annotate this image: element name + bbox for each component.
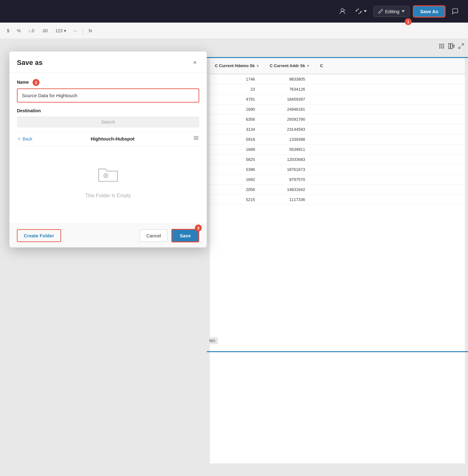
- sync-icon-btn[interactable]: [352, 6, 370, 17]
- svg-marker-0: [364, 10, 367, 12]
- back-link[interactable]: Back: [17, 136, 32, 141]
- toolbar-divider: [83, 27, 83, 34]
- name-field-wrapper: [17, 88, 199, 103]
- toolbar-more[interactable]: ···: [72, 27, 79, 34]
- svg-point-7: [443, 46, 444, 47]
- svg-point-2: [439, 44, 440, 45]
- table-body: 1746983380523763412647911845939716902494…: [210, 74, 465, 205]
- svg-rect-12: [451, 44, 453, 49]
- save-btn-wrapper: Save 3: [171, 229, 199, 242]
- table-row: 313423144593: [210, 124, 465, 135]
- dialog-body: Name 2 Destination Search Back H: [9, 73, 207, 224]
- right-panel: C Current Hdemo Sk ▼ C Current Addr Sk ▼…: [207, 39, 468, 476]
- table-header: C Current Hdemo Sk ▼ C Current Addr Sk ▼…: [210, 58, 465, 74]
- dialog-header: Save as ×: [9, 51, 207, 73]
- search-bar[interactable]: Search: [17, 116, 199, 128]
- blue-line-top: [207, 57, 468, 58]
- save-as-label: Save As: [420, 9, 438, 14]
- svg-point-10: [443, 48, 444, 49]
- table-row: 169024946181: [210, 104, 465, 114]
- table-cell-hdemo: 4791: [210, 94, 260, 104]
- destination-label: Destination: [17, 108, 199, 113]
- table-cell-addr: 24946181: [260, 104, 310, 114]
- table-row: 205614831642: [210, 185, 465, 195]
- table-cell-hdemo: 5825: [210, 155, 260, 164]
- table-cell-hdemo: 2056: [210, 185, 260, 194]
- table-cell-addr: 5539911: [260, 145, 310, 154]
- svg-point-5: [439, 46, 440, 47]
- dialog-footer: Create Folder Cancel Save 3: [9, 224, 207, 247]
- create-folder-button[interactable]: Create Folder: [17, 229, 61, 242]
- table-row: 16928797570: [210, 175, 465, 185]
- save-button[interactable]: Save: [171, 229, 199, 242]
- table-cell-hdemo: 5396: [210, 165, 260, 174]
- empty-folder-text: This Folder Is Empty: [85, 193, 131, 198]
- table-header-cell-1: C Current Hdemo Sk ▼: [210, 61, 265, 71]
- toolbar-123[interactable]: 123 ▾: [53, 27, 68, 34]
- table-cell-hdemo: 1690: [210, 104, 260, 114]
- badge-2: 2: [33, 79, 39, 86]
- table-cell-addr: 1339398: [260, 135, 310, 144]
- table-cell-addr: 12033683: [260, 155, 310, 164]
- toolbar-dollar[interactable]: $: [5, 27, 11, 34]
- svg-line-14: [462, 44, 464, 46]
- cancel-button[interactable]: Cancel: [140, 230, 168, 242]
- top-bar: Editing Save As 1: [0, 0, 468, 23]
- table-row: 539618761673: [210, 165, 465, 175]
- svg-marker-1: [402, 10, 405, 12]
- table-row: 635629391790: [210, 114, 465, 124]
- table-cell-hdemo: 3134: [210, 124, 260, 134]
- table-cell-hdemo: 5918: [210, 135, 260, 144]
- toolbar-decimal-dec[interactable]: ↓.0: [26, 27, 36, 34]
- right-panel-top-icons: [439, 43, 464, 50]
- table-cell-addr: 29391790: [260, 114, 310, 124]
- table-row: 17469833805: [210, 74, 465, 84]
- toolbar-fx[interactable]: fx: [87, 27, 94, 34]
- table-cell-addr: 14831642: [260, 185, 310, 194]
- table-cell-hdemo: 1746: [210, 74, 260, 84]
- table-row: 59181339398: [210, 135, 465, 145]
- comment-icon-btn[interactable]: [449, 6, 462, 17]
- table-row: 582512033683: [210, 155, 465, 165]
- editing-label: Editing: [385, 9, 399, 14]
- close-dialog-button[interactable]: ×: [190, 58, 199, 67]
- folder-name: Hightouch-Hubspot: [91, 136, 135, 141]
- toolbar-percent[interactable]: %: [15, 27, 23, 34]
- editing-button[interactable]: Editing: [373, 6, 410, 17]
- table-header-cell-3: C: [315, 61, 365, 71]
- top-bar-icons: Editing Save As: [336, 5, 462, 18]
- ma-label: MA: [207, 337, 218, 344]
- svg-rect-11: [449, 44, 450, 49]
- svg-point-9: [441, 48, 442, 49]
- table-header-cell-2: C Current Addr Sk ▼: [265, 61, 315, 71]
- user-icon-btn[interactable]: [336, 6, 349, 17]
- blue-line-bottom: [207, 351, 468, 352]
- toolbar-decimal-inc[interactable]: .00: [40, 27, 49, 34]
- dialog-title: Save as: [17, 59, 43, 67]
- empty-folder-icon: [97, 165, 119, 188]
- svg-point-6: [441, 46, 442, 47]
- name-label: Name 2: [17, 79, 199, 86]
- table-row: 237634126: [210, 84, 465, 94]
- badge-1: 1: [405, 18, 412, 25]
- folder-list-icon: [193, 135, 199, 143]
- main-content: C Current Hdemo Sk ▼ C Current Addr Sk ▼…: [0, 39, 468, 476]
- name-input[interactable]: [18, 90, 198, 101]
- table-cell-hdemo: 23: [210, 84, 260, 94]
- svg-point-3: [441, 44, 442, 45]
- table-cell-addr: 18761673: [260, 165, 310, 174]
- table-cell-hdemo: 1689: [210, 145, 260, 154]
- nav-bar: Back Hightouch-Hubspot: [17, 131, 199, 146]
- table-cell-addr: 9833805: [260, 74, 310, 84]
- table-row: 16895539911: [210, 145, 465, 155]
- table-cell-addr: 7634126: [260, 84, 310, 94]
- table-area: C Current Hdemo Sk ▼ C Current Addr Sk ▼…: [210, 58, 465, 463]
- table-cell-hdemo: 5215: [210, 195, 260, 204]
- save-as-button[interactable]: Save As: [413, 5, 445, 18]
- empty-folder-area: This Folder Is Empty: [17, 146, 199, 217]
- svg-line-15: [459, 47, 461, 49]
- svg-rect-13: [453, 45, 455, 47]
- table-cell-hdemo: 6356: [210, 114, 260, 124]
- footer-right-buttons: Cancel Save 3: [140, 229, 199, 242]
- table-cell-addr: 8797570: [260, 175, 310, 184]
